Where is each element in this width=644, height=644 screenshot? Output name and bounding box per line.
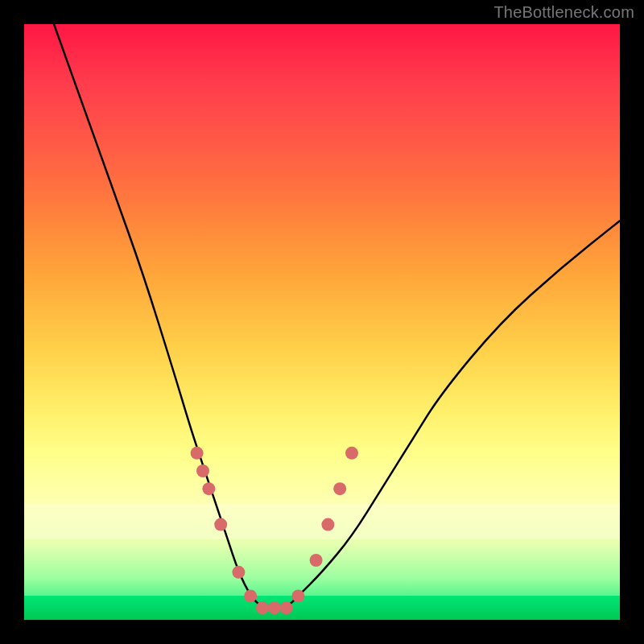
highlight-dot [321,518,334,531]
bottleneck-curve-path [54,24,620,608]
highlight-dot [244,589,257,602]
highlight-dot [214,518,227,531]
plot-area [24,24,620,620]
highlight-dot [310,554,323,567]
highlight-dot [280,601,293,614]
chart-frame: TheBottleneck.com [0,0,644,644]
watermark-text: TheBottleneck.com [493,3,634,22]
chart-svg [24,24,620,620]
highlight-dot [232,566,245,579]
highlight-dot [291,589,304,602]
highlight-dot [196,464,209,477]
highlight-dot [345,447,358,460]
highlight-dot [202,482,215,495]
highlight-dot [268,601,281,614]
highlight-dot [333,482,346,495]
highlight-dots-group [191,447,358,614]
highlight-dot [256,601,269,614]
highlight-dot [191,447,204,460]
